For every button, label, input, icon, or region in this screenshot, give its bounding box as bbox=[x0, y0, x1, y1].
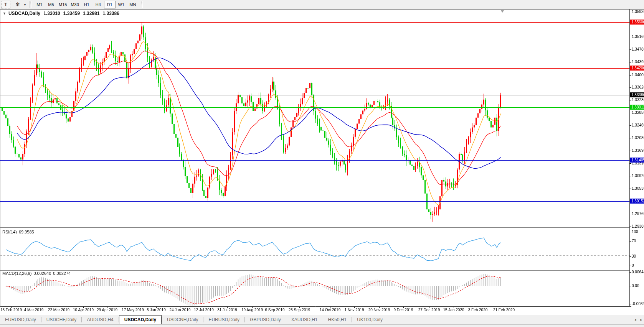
macd-main-value: 0.002640 bbox=[33, 271, 51, 276]
chart-style-icon[interactable]: ❇ bbox=[13, 1, 23, 8]
chart-tab-usdchf-daily[interactable]: USDCHF,Daily bbox=[41, 315, 82, 324]
price-level-badge: 1.31405 bbox=[630, 158, 644, 163]
symbol-tab-bar: EURUSD,DailyUSDCHF,DailyAUDUSD,H4USDCAD,… bbox=[0, 315, 644, 324]
text-tool-button[interactable]: T bbox=[1, 1, 10, 8]
chart-tab-hk50-h1[interactable]: HK50,H1 bbox=[323, 315, 352, 324]
macd-signal-value: 0.002274 bbox=[53, 271, 71, 276]
price-tick-label: 1.30920 bbox=[632, 174, 644, 178]
price-level-badge: 1.34206 bbox=[630, 66, 644, 71]
indicator-tick-label: 30 bbox=[632, 254, 636, 258]
price-tick-label: 1.35160 bbox=[632, 35, 644, 39]
indicator-tick-label: 0.00 bbox=[632, 284, 639, 288]
macd-indicator-label: MACD(12,26,9) 0.002640 0.002274 bbox=[2, 271, 71, 276]
chart-tab-audusd-h4[interactable]: AUDUSD,H4 bbox=[82, 315, 118, 324]
ohlc-high: 1.33459 bbox=[63, 11, 80, 16]
price-tick-label: 1.32460 bbox=[632, 123, 644, 127]
date-tick-label: 1 Nov 2019 bbox=[344, 308, 364, 312]
indicator-tick-label: -0.00898 bbox=[632, 302, 644, 306]
indicator-tick-label: 0.006448 bbox=[632, 270, 644, 274]
date-tick-label: 4 Mar 2019 bbox=[24, 308, 44, 312]
chart-tab-usdcad-daily[interactable]: USDCAD,Daily bbox=[119, 315, 162, 324]
price-tick-label: 1.32850 bbox=[632, 110, 644, 115]
date-tick-label: 17 May 2019 bbox=[122, 308, 144, 312]
chart-tab-eurusd-daily[interactable]: EURUSD,Daily bbox=[203, 315, 244, 324]
price-level-badge: 1.30152 bbox=[630, 199, 644, 204]
price-tick-label: 1.29380 bbox=[632, 224, 644, 228]
price-tick-label: 1.32080 bbox=[632, 136, 644, 140]
terminal-window: T ❇ ▾ M1 M5 M15 M30 H1 H4 D1 W1 MN ▼ USD… bbox=[0, 0, 644, 327]
price-tick-label: 1.34000 bbox=[632, 73, 644, 77]
timeframe-button-m1[interactable]: M1 bbox=[34, 1, 45, 8]
indicator-tick-label: 70 bbox=[632, 239, 636, 243]
date-tick-label: 25 Sep 2019 bbox=[289, 308, 310, 312]
indicator-tick-label: 0 bbox=[632, 263, 634, 268]
chart-tab-usdcnh-daily[interactable]: USDCNH,Daily bbox=[162, 315, 203, 324]
timeframe-button-d1[interactable]: D1 bbox=[104, 1, 116, 8]
ohlc-open: 1.33010 bbox=[43, 11, 60, 16]
date-tick-label: 9 Dec 2019 bbox=[393, 308, 413, 312]
tab-scroll-right-icon[interactable]: ► bbox=[640, 318, 643, 322]
date-tick-label: 12 Jul 2019 bbox=[194, 308, 214, 312]
timeframe-button-m5[interactable]: M5 bbox=[45, 1, 57, 8]
price-tick-label: 1.34780 bbox=[632, 47, 644, 51]
date-tick-label: 22 Mar 2019 bbox=[48, 308, 69, 312]
date-tick-label: 29 Apr 2019 bbox=[97, 308, 117, 312]
rsi-value: 69.9585 bbox=[19, 230, 34, 234]
price-level-badge: 1.35606 bbox=[630, 20, 644, 25]
chart-tab-uk100-daily[interactable]: UK100,Daily bbox=[352, 315, 388, 324]
rsi-name: RSI(14) bbox=[2, 230, 17, 234]
symbol-dropdown-icon[interactable]: ▼ bbox=[3, 12, 6, 15]
date-tick-label: 19 Aug 2019 bbox=[241, 308, 263, 312]
price-tick-label: 1.29760 bbox=[632, 212, 644, 216]
toolbar: T ❇ ▾ M1 M5 M15 M30 H1 H4 D1 W1 MN bbox=[0, 0, 644, 9]
timeframe-button-mn[interactable]: MN bbox=[127, 1, 139, 8]
date-tick-label: 21 Feb 2020 bbox=[493, 308, 515, 312]
price-tick-label: 1.34390 bbox=[632, 60, 644, 64]
date-tick-label: 15 Jan 2020 bbox=[443, 308, 464, 312]
indicator-tick-label: 100 bbox=[632, 230, 638, 234]
timeframe-button-m30[interactable]: M30 bbox=[69, 1, 81, 8]
price-tick-label: 1.33230 bbox=[632, 98, 644, 102]
timeframe-button-h4[interactable]: H4 bbox=[92, 1, 104, 8]
toolbar-grip bbox=[141, 1, 143, 8]
ohlc-close: 1.33386 bbox=[102, 11, 119, 16]
ohlc-low: 1.32981 bbox=[83, 11, 99, 16]
timeframe-button-m15[interactable]: M15 bbox=[57, 1, 69, 8]
date-tick-label: 10 Apr 2019 bbox=[73, 308, 94, 312]
chart-symbol-period: USDCAD,Daily bbox=[8, 11, 40, 16]
timeframe-button-w1[interactable]: W1 bbox=[116, 1, 127, 8]
price-tick-label: 1.35930 bbox=[632, 10, 644, 14]
price-level-badge: 1.33011 bbox=[630, 105, 644, 110]
date-tick-label: 3 Feb 2020 bbox=[468, 308, 488, 312]
tab-scroll-left-icon[interactable]: ◄ bbox=[634, 318, 637, 322]
chart-canvas[interactable] bbox=[0, 0, 644, 327]
date-tick-label: 20 Nov 2019 bbox=[368, 308, 390, 312]
price-tick-label: 1.30530 bbox=[632, 186, 644, 191]
tab-scroll-controls: ◄ ► bbox=[634, 315, 643, 325]
date-tick-label: 5 Jun 2019 bbox=[147, 308, 166, 312]
date-tick-label: 13 Feb 2019 bbox=[0, 308, 22, 312]
toolbar-grip bbox=[30, 1, 31, 8]
chart-tab-eurusd-daily[interactable]: EURUSD,Daily bbox=[0, 315, 41, 324]
date-tick-label: 31 Jul 2019 bbox=[217, 308, 237, 312]
date-tick-label: 27 Dec 2019 bbox=[418, 308, 440, 312]
rsi-indicator-label: RSI(14) 69.9585 bbox=[2, 230, 34, 234]
price-tick-label: 1.31690 bbox=[632, 148, 644, 153]
date-tick-label: 24 Jun 2019 bbox=[169, 308, 190, 312]
chevron-down-icon[interactable]: ▾ bbox=[23, 1, 27, 8]
price-level-badge: 1.33386 bbox=[630, 92, 644, 97]
date-tick-label: 14 Oct 2019 bbox=[320, 308, 340, 312]
date-tick-label: 6 Sep 2019 bbox=[265, 308, 284, 312]
macd-name: MACD(12,26,9) bbox=[2, 271, 31, 276]
chart-tab-gbpusd-daily[interactable]: GBPUSD,Daily bbox=[245, 315, 286, 324]
timeframe-button-h1[interactable]: H1 bbox=[81, 1, 92, 8]
chart-header: ▼ USDCAD,Daily 1.33010 1.33459 1.32981 1… bbox=[3, 11, 119, 16]
chart-tab-xauusd-h1[interactable]: XAUUSD,H1 bbox=[286, 315, 323, 324]
price-tick-label: 1.33620 bbox=[632, 85, 644, 89]
status-strip bbox=[0, 324, 644, 327]
